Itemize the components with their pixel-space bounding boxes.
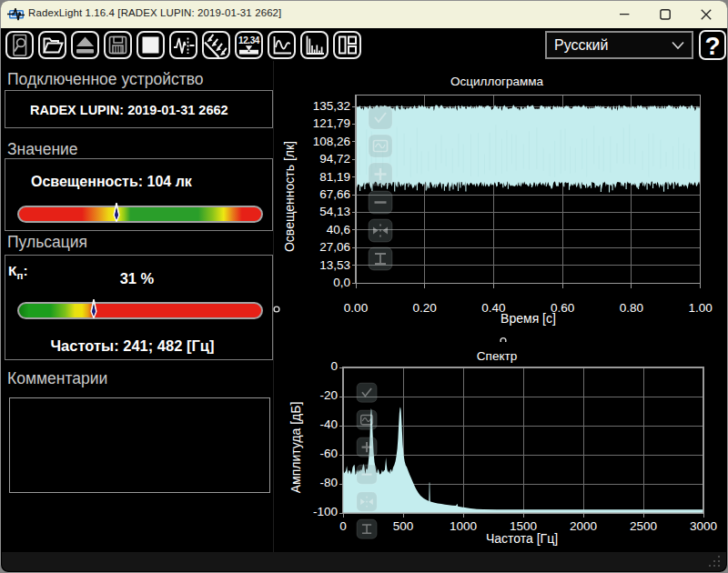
svg-text:Время [с]: Время [с] [500, 311, 556, 326]
svg-text:27,06: 27,06 [319, 240, 350, 254]
svg-text:13,53: 13,53 [319, 258, 350, 272]
svg-text:40,6: 40,6 [327, 223, 350, 236]
svg-text:-80: -80 [319, 476, 338, 489]
svg-text:Амплитуда [дБ]: Амплитуда [дБ] [288, 402, 303, 494]
svg-text:2500: 2500 [630, 519, 657, 533]
svg-text:108,26: 108,26 [313, 135, 350, 148]
svg-text:12.34: 12.34 [238, 35, 260, 45]
svg-text:0.00: 0.00 [344, 301, 368, 315]
svg-text:1000: 1000 [450, 519, 477, 533]
svg-text:121,79: 121,79 [313, 116, 350, 130]
svg-text:135,32: 135,32 [313, 99, 350, 113]
svg-text:500: 500 [393, 519, 414, 533]
svg-text:-60: -60 [319, 447, 338, 460]
svg-text:0.20: 0.20 [413, 301, 437, 315]
svg-text:3000: 3000 [690, 519, 717, 533]
svg-text:2000: 2000 [570, 519, 597, 533]
svg-text:-100: -100 [313, 505, 338, 518]
svg-text:0: 0 [339, 519, 347, 533]
svg-text:-20: -20 [319, 388, 338, 402]
svg-text:-40: -40 [319, 417, 338, 431]
svg-text:Спектр: Спектр [477, 349, 517, 363]
svg-text:1.00: 1.00 [688, 301, 712, 315]
svg-text:Частота [Гц]: Частота [Гц] [486, 531, 558, 546]
svg-text:67,66: 67,66 [319, 187, 350, 201]
svg-text:54,13: 54,13 [319, 205, 350, 218]
svg-text:Осциллограмма: Осциллограмма [450, 75, 543, 88]
svg-text:0: 0 [330, 359, 338, 373]
svg-text:94,72: 94,72 [319, 152, 350, 166]
svg-text:0,0: 0,0 [333, 276, 350, 289]
svg-text:Освещенность [лк]: Освещенность [лк] [282, 141, 297, 252]
svg-text:81,19: 81,19 [319, 170, 350, 184]
svg-text:0.80: 0.80 [620, 301, 643, 315]
